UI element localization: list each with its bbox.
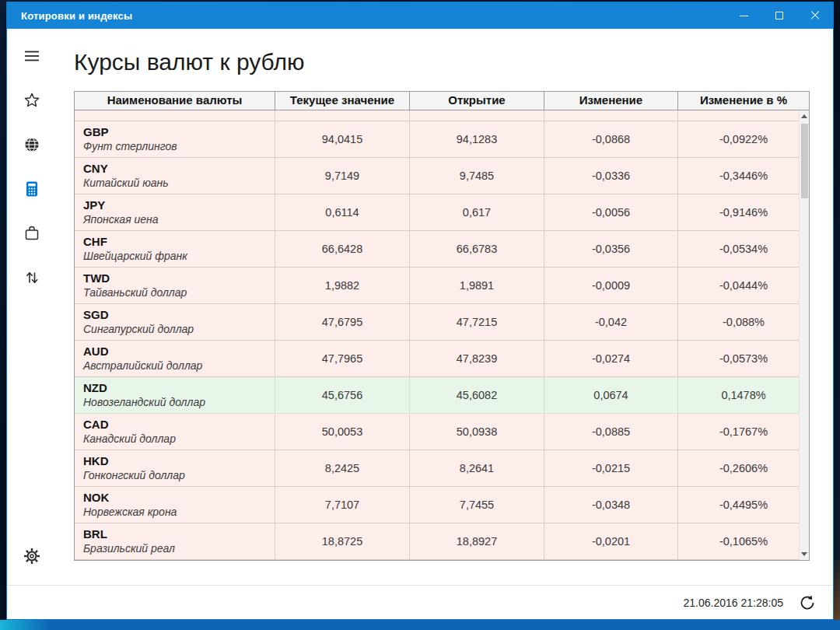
value-cell-change_pct: -0,0534% [678,231,809,267]
sidebar [7,29,57,585]
sidebar-item-portfolio[interactable] [13,215,51,251]
calculator-icon [23,180,41,198]
currency-name-cell: BRLБразильский реал [75,523,275,559]
windows-taskbar[interactable] [0,620,840,630]
currency-name-cell: TWDТайваньский доллар [75,268,275,303]
currency-title: Гонконгский доллар [83,469,185,482]
currency-title: Фунт стерлингов [83,140,177,153]
table-row[interactable]: JPYЯпонская иена0,61140,617-0,0056-0,914… [75,194,809,231]
currency-name-cell: Евро [75,110,275,121]
value-cell-current: 45,6756 [275,377,410,413]
column-header[interactable]: Открытие [410,92,544,110]
value-cell-change_pct: -0,4495% [678,487,809,523]
table-row[interactable]: GBPФунт стерлингов94,041594,1283-0,0868-… [75,121,809,158]
value-cell-change: -0,0056 [544,194,678,230]
scrollbar-thumb[interactable] [801,124,808,198]
refresh-button[interactable] [796,591,819,614]
minimize-button[interactable] [726,2,761,29]
currency-code: HKD [83,454,109,468]
value-cell-change_pct: -0,1065% [678,523,809,559]
hamburger-icon [23,47,41,65]
triangle-down-icon [801,552,807,556]
titlebar[interactable]: Котировки и индексы [7,2,833,29]
value-cell-change: -0,0868 [544,121,678,157]
value-cell-change_pct: -0,1767% [678,414,809,450]
gear-icon [23,547,41,565]
sidebar-item-world[interactable] [13,127,51,163]
table-row[interactable]: Евро [75,110,809,121]
value-cell-change_pct [678,110,809,121]
sidebar-item-exchange[interactable] [13,260,51,296]
rates-table-viewport: ЕвроGBPФунт стерлингов94,041594,1283-0,0… [75,110,809,560]
currency-code: AUD [83,345,109,359]
currency-name-cell: CADКанадский доллар [75,414,275,450]
currency-title: Норвежская крона [83,506,177,519]
value-cell-change: 0,0674 [544,377,678,413]
value-cell-change_pct: -0,0922% [678,121,809,157]
value-cell-open: 18,8927 [410,523,544,559]
sidebar-item-calculator[interactable] [13,171,51,207]
currency-code: JPY [83,198,105,212]
table-scrollbar[interactable] [799,110,809,560]
app-window: Котировки и индексы [6,2,834,620]
currency-code: TWD [83,271,110,285]
column-header[interactable]: Текущее значение [275,92,410,110]
scrollbar-up-button[interactable] [800,110,810,122]
scrollbar-track[interactable] [800,122,809,548]
value-cell-change_pct: -0,088% [678,304,809,340]
bag-icon [23,224,41,243]
column-header[interactable]: Наименование валюты [75,92,275,110]
table-row[interactable]: TWDТайваньский доллар1,98821,9891-0,0009… [75,268,809,304]
value-cell-current: 1,9882 [275,268,410,303]
value-cell-open: 45,6082 [410,377,544,413]
value-cell-current: 94,0415 [275,121,410,157]
table-row[interactable]: CHFШвейцарский франк66,642866,6783-0,035… [75,231,809,268]
rates-table-body: ЕвроGBPФунт стерлингов94,041594,1283-0,0… [75,110,809,560]
column-header[interactable]: Изменение [544,92,678,110]
table-row[interactable]: CNYКитайский юань9,71499,7485-0,0336-0,3… [75,158,809,194]
value-cell-open: 50,0938 [410,414,544,450]
currency-title: Австралийский доллар [83,359,202,373]
table-row[interactable]: AUDАвстралийский доллар47,796547,8239-0,… [75,341,809,377]
sidebar-item-settings[interactable] [13,538,51,574]
currency-title: Швейцарский франк [83,250,187,263]
maximize-button[interactable] [761,2,797,29]
currency-code: CNY [83,162,108,176]
currency-code: CAD [83,418,109,432]
currency-code: SGD [83,308,109,322]
value-cell-open: 94,1283 [410,121,544,157]
currency-code: NOK [83,491,109,505]
value-cell-change: -0,0336 [544,158,678,194]
value-cell-change: -0,042 [544,304,678,340]
currency-name-cell: NOKНорвежская крона [75,487,275,523]
value-cell-current [275,110,410,121]
value-cell-change_pct: -0,3446% [678,158,809,194]
currency-code: BRL [83,527,107,541]
value-cell-change_pct: -0,2606% [678,450,809,486]
table-row[interactable]: BRLБразильский реал18,872518,8927-0,0201… [75,523,809,560]
table-row[interactable]: SGDСингапурский доллар47,679547,7215-0,0… [75,304,809,341]
value-cell-open: 66,6783 [410,231,544,267]
sidebar-item-favorites[interactable] [13,82,51,118]
close-button[interactable] [797,2,833,29]
scrollbar-down-button[interactable] [800,548,810,560]
value-cell-current: 9,7149 [275,158,410,194]
value-cell-current: 8,2425 [275,450,410,486]
sidebar-item-menu[interactable] [13,38,51,74]
value-cell-current: 0,6114 [275,194,410,230]
currency-title: Канадский доллар [83,432,176,446]
currency-code: CHF [83,235,107,249]
currency-name-cell: AUDАвстралийский доллар [75,341,275,376]
table-row[interactable]: NZDНовозеландский доллар45,675645,60820,… [75,377,809,414]
value-cell-current: 7,7107 [275,487,410,523]
column-header[interactable]: Изменение в % [678,92,809,110]
table-row[interactable]: HKDГонконгский доллар8,24258,2641-0,0215… [75,450,809,487]
triangle-up-icon [801,114,807,118]
value-cell-open: 47,8239 [410,341,544,376]
table-row[interactable]: CADКанадский доллар50,005350,0938-0,0885… [75,414,809,450]
value-cell-change_pct: 0,1478% [678,377,809,413]
table-row[interactable]: NOKНорвежская крона7,71077,7455-0,0348-0… [75,487,809,523]
value-cell-open: 7,7455 [410,487,544,523]
currency-title: Новозеландский доллар [83,396,205,409]
minimize-icon [740,16,748,16]
